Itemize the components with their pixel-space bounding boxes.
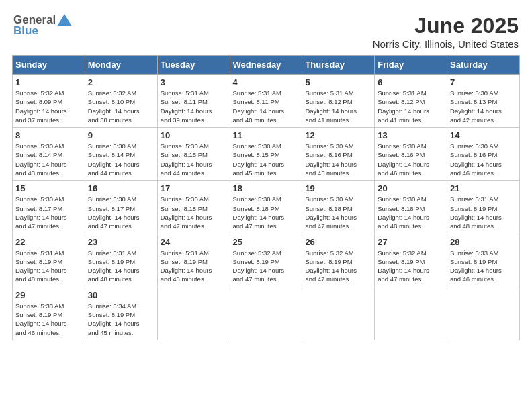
day-number: 23: [88, 237, 154, 247]
day-info: Sunrise: 5:31 AMSunset: 8:11 PMDaylight:…: [161, 89, 227, 124]
calendar-cell: 5Sunrise: 5:31 AMSunset: 8:12 PMDaylight…: [302, 75, 375, 128]
calendar-cell: [302, 287, 375, 340]
day-info: Sunrise: 5:30 AMSunset: 8:18 PMDaylight:…: [305, 195, 371, 230]
calendar-cell: 22Sunrise: 5:31 AMSunset: 8:19 PMDayligh…: [13, 234, 85, 287]
day-info: Sunrise: 5:30 AMSunset: 8:16 PMDaylight:…: [378, 142, 444, 177]
day-info: Sunrise: 5:31 AMSunset: 8:19 PMDaylight:…: [450, 195, 517, 230]
header-cell-sunday: Sunday: [13, 56, 85, 75]
calendar-cell: 19Sunrise: 5:30 AMSunset: 8:18 PMDayligh…: [302, 181, 375, 234]
day-number: 26: [305, 237, 371, 247]
day-info: Sunrise: 5:31 AMSunset: 8:19 PMDaylight:…: [88, 248, 154, 284]
day-info: Sunrise: 5:30 AMSunset: 8:16 PMDaylight:…: [450, 142, 517, 177]
calendar-cell: 27Sunrise: 5:32 AMSunset: 8:19 PMDayligh…: [375, 234, 447, 287]
calendar-week-3: 22Sunrise: 5:31 AMSunset: 8:19 PMDayligh…: [13, 234, 520, 287]
calendar-cell: 30Sunrise: 5:34 AMSunset: 8:19 PMDayligh…: [85, 287, 157, 340]
day-number: 25: [233, 237, 300, 247]
month-title: June 2025: [373, 13, 519, 38]
day-info: Sunrise: 5:31 AMSunset: 8:11 PMDaylight:…: [233, 89, 300, 124]
day-number: 8: [15, 130, 82, 140]
calendar-cell: [447, 287, 520, 340]
day-info: Sunrise: 5:32 AMSunset: 8:19 PMDaylight:…: [233, 248, 300, 284]
calendar-cell: 3Sunrise: 5:31 AMSunset: 8:11 PMDaylight…: [157, 75, 230, 128]
calendar-cell: [157, 287, 230, 340]
location-title: Norris City, Illinois, United States: [373, 38, 519, 50]
day-number: 5: [305, 77, 371, 87]
day-number: 6: [378, 77, 444, 87]
header-cell-monday: Monday: [85, 56, 157, 75]
day-info: Sunrise: 5:30 AMSunset: 8:18 PMDaylight:…: [378, 195, 444, 230]
calendar-cell: 18Sunrise: 5:30 AMSunset: 8:18 PMDayligh…: [230, 181, 302, 234]
calendar-cell: 1Sunrise: 5:32 AMSunset: 8:09 PMDaylight…: [13, 75, 85, 128]
day-number: 7: [450, 77, 517, 87]
calendar-cell: 26Sunrise: 5:32 AMSunset: 8:19 PMDayligh…: [302, 234, 375, 287]
calendar-cell: 17Sunrise: 5:30 AMSunset: 8:18 PMDayligh…: [157, 181, 230, 234]
calendar-header-row: SundayMondayTuesdayWednesdayThursdayFrid…: [13, 56, 520, 75]
day-number: 17: [161, 183, 227, 193]
calendar-cell: 2Sunrise: 5:32 AMSunset: 8:10 PMDaylight…: [85, 75, 157, 128]
day-number: 15: [15, 183, 82, 193]
day-info: Sunrise: 5:31 AMSunset: 8:19 PMDaylight:…: [161, 248, 227, 284]
day-info: Sunrise: 5:32 AMSunset: 8:19 PMDaylight:…: [305, 248, 371, 284]
calendar-body: 1Sunrise: 5:32 AMSunset: 8:09 PMDaylight…: [13, 75, 520, 340]
calendar-cell: 21Sunrise: 5:31 AMSunset: 8:19 PMDayligh…: [447, 181, 520, 234]
calendar-cell: 11Sunrise: 5:30 AMSunset: 8:15 PMDayligh…: [230, 128, 302, 181]
day-number: 3: [161, 77, 227, 87]
svg-marker-0: [57, 14, 72, 26]
header-cell-saturday: Saturday: [447, 56, 520, 75]
header-cell-wednesday: Wednesday: [230, 56, 302, 75]
calendar-cell: 9Sunrise: 5:30 AMSunset: 8:14 PMDaylight…: [85, 128, 157, 181]
logo-icon: [57, 14, 72, 26]
day-number: 20: [378, 183, 444, 193]
day-info: Sunrise: 5:32 AMSunset: 8:09 PMDaylight:…: [15, 89, 82, 124]
header-cell-thursday: Thursday: [302, 56, 375, 75]
calendar-week-2: 15Sunrise: 5:30 AMSunset: 8:17 PMDayligh…: [13, 181, 520, 234]
day-info: Sunrise: 5:30 AMSunset: 8:14 PMDaylight:…: [88, 142, 154, 177]
day-info: Sunrise: 5:33 AMSunset: 8:19 PMDaylight:…: [15, 302, 82, 337]
day-info: Sunrise: 5:31 AMSunset: 8:19 PMDaylight:…: [15, 248, 82, 284]
calendar-cell: 8Sunrise: 5:30 AMSunset: 8:14 PMDaylight…: [13, 128, 85, 181]
day-info: Sunrise: 5:31 AMSunset: 8:12 PMDaylight:…: [305, 89, 371, 124]
day-number: 12: [305, 130, 371, 140]
day-number: 4: [233, 77, 300, 87]
calendar-cell: 28Sunrise: 5:33 AMSunset: 8:19 PMDayligh…: [447, 234, 520, 287]
calendar-cell: 25Sunrise: 5:32 AMSunset: 8:19 PMDayligh…: [230, 234, 302, 287]
calendar-week-1: 8Sunrise: 5:30 AMSunset: 8:14 PMDaylight…: [13, 128, 520, 181]
day-info: Sunrise: 5:30 AMSunset: 8:15 PMDaylight:…: [233, 142, 300, 177]
day-info: Sunrise: 5:33 AMSunset: 8:19 PMDaylight:…: [450, 248, 517, 284]
day-info: Sunrise: 5:30 AMSunset: 8:14 PMDaylight:…: [15, 142, 82, 177]
header: General Blue June 2025 Norris City, Illi…: [7, 7, 525, 55]
calendar-cell: 7Sunrise: 5:30 AMSunset: 8:13 PMDaylight…: [447, 75, 520, 128]
calendar-cell: 23Sunrise: 5:31 AMSunset: 8:19 PMDayligh…: [85, 234, 157, 287]
day-number: 16: [88, 183, 154, 193]
day-number: 29: [15, 290, 82, 300]
calendar-cell: 24Sunrise: 5:31 AMSunset: 8:19 PMDayligh…: [157, 234, 230, 287]
calendar-cell: 14Sunrise: 5:30 AMSunset: 8:16 PMDayligh…: [447, 128, 520, 181]
day-number: 11: [233, 130, 300, 140]
day-number: 9: [88, 130, 154, 140]
calendar-cell: 12Sunrise: 5:30 AMSunset: 8:16 PMDayligh…: [302, 128, 375, 181]
day-info: Sunrise: 5:30 AMSunset: 8:18 PMDaylight:…: [233, 195, 300, 230]
day-info: Sunrise: 5:31 AMSunset: 8:12 PMDaylight:…: [378, 89, 444, 124]
day-number: 13: [378, 130, 444, 140]
day-number: 27: [378, 237, 444, 247]
title-area: June 2025 Norris City, Illinois, United …: [373, 13, 519, 50]
day-info: Sunrise: 5:32 AMSunset: 8:19 PMDaylight:…: [378, 248, 444, 284]
calendar-cell: 4Sunrise: 5:31 AMSunset: 8:11 PMDaylight…: [230, 75, 302, 128]
calendar-cell: 16Sunrise: 5:30 AMSunset: 8:17 PMDayligh…: [85, 181, 157, 234]
logo-blue: Blue: [13, 24, 38, 38]
calendar-week-0: 1Sunrise: 5:32 AMSunset: 8:09 PMDaylight…: [13, 75, 520, 128]
calendar-week-4: 29Sunrise: 5:33 AMSunset: 8:19 PMDayligh…: [13, 287, 520, 340]
day-number: 24: [161, 237, 227, 247]
day-number: 14: [450, 130, 517, 140]
day-info: Sunrise: 5:30 AMSunset: 8:13 PMDaylight:…: [450, 89, 517, 124]
day-info: Sunrise: 5:30 AMSunset: 8:16 PMDaylight:…: [305, 142, 371, 177]
day-info: Sunrise: 5:30 AMSunset: 8:17 PMDaylight:…: [15, 195, 82, 230]
calendar-cell: 6Sunrise: 5:31 AMSunset: 8:12 PMDaylight…: [375, 75, 447, 128]
calendar-cell: [230, 287, 302, 340]
day-number: 2: [88, 77, 154, 87]
day-number: 10: [161, 130, 227, 140]
logo: General Blue: [13, 13, 72, 38]
header-cell-friday: Friday: [375, 56, 447, 75]
day-number: 28: [450, 237, 517, 247]
day-number: 18: [233, 183, 300, 193]
